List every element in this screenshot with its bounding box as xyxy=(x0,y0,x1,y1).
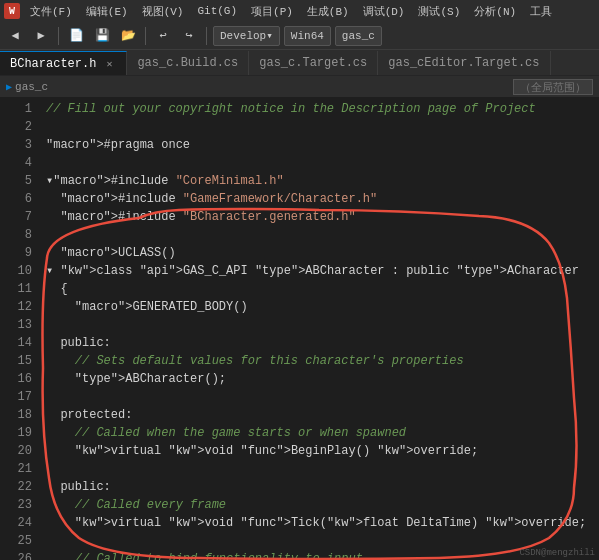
forward-button[interactable]: ▶ xyxy=(30,25,52,47)
platform-label: Win64 xyxy=(291,30,324,42)
toolbar: ◀ ▶ 📄 💾 📂 ↩ ↪ Develop▾ Win64 gas_c xyxy=(0,22,599,50)
menu-edit[interactable]: 编辑(E) xyxy=(80,0,134,22)
tab-bcharacter-label: BCharacter.h xyxy=(10,57,96,71)
code-line xyxy=(46,154,591,172)
menu-file[interactable]: 文件(F) xyxy=(24,0,78,22)
tab-bcharacter[interactable]: BCharacter.h ✕ xyxy=(0,51,127,75)
new-file-button[interactable]: 📄 xyxy=(65,25,87,47)
menu-git[interactable]: Git(G) xyxy=(191,0,243,22)
code-line: protected: xyxy=(46,406,591,424)
code-line: "macro">GENERATED_BODY() xyxy=(46,298,591,316)
tab-bar: BCharacter.h ✕ gas_c.Build.cs gas_c.Targ… xyxy=(0,50,599,76)
code-line: "macro">UCLASS() xyxy=(46,244,591,262)
code-line xyxy=(46,316,591,334)
code-line: // Sets default values for this characte… xyxy=(46,352,591,370)
menu-project[interactable]: 项目(P) xyxy=(245,0,299,22)
tab-target[interactable]: gas_c.Target.cs xyxy=(249,51,378,75)
code-line xyxy=(46,532,591,550)
watermark: CSDN@mengzhili xyxy=(519,548,595,558)
path-text: gas_c xyxy=(15,81,48,93)
menu-view[interactable]: 视图(V) xyxy=(136,0,190,22)
menu-test[interactable]: 测试(S) xyxy=(412,0,466,22)
code-line: "kw">virtual "kw">void "func">Tick("kw">… xyxy=(46,514,591,532)
title-bar: W 文件(F) 编辑(E) 视图(V) Git(G) 项目(P) 生成(B) 调… xyxy=(0,0,599,22)
back-button[interactable]: ◀ xyxy=(4,25,26,47)
app-icon: W xyxy=(4,3,20,19)
tab-editor-target[interactable]: gas_cEditor.Target.cs xyxy=(378,51,550,75)
project-label: gas_c xyxy=(342,30,375,42)
save-button[interactable]: 💾 xyxy=(91,25,113,47)
code-line: // Called every frame xyxy=(46,496,591,514)
code-line: "macro">#include "GameFramework/Characte… xyxy=(46,190,591,208)
code-line: "type">ABCharacter(); xyxy=(46,370,591,388)
scope-search[interactable] xyxy=(513,79,593,95)
path-bar: ▶ gas_c xyxy=(0,76,599,98)
menu-bar[interactable]: 文件(F) 编辑(E) 视图(V) Git(G) 项目(P) 生成(B) 调试(… xyxy=(24,0,558,22)
code-line: // Fill out your copyright notice in the… xyxy=(46,100,591,118)
code-line xyxy=(46,460,591,478)
code-line: "macro">#pragma once xyxy=(46,136,591,154)
menu-build[interactable]: 生成(B) xyxy=(301,0,355,22)
open-button[interactable]: 📂 xyxy=(117,25,139,47)
menu-analysis[interactable]: 分析(N) xyxy=(468,0,522,22)
menu-tools[interactable]: 工具 xyxy=(524,0,558,22)
code-line: // Called when the game starts or when s… xyxy=(46,424,591,442)
tab-editor-target-label: gas_cEditor.Target.cs xyxy=(388,56,539,70)
code-content[interactable]: // Fill out your copyright notice in the… xyxy=(38,98,599,560)
code-line: "kw">virtual "kw">void "func">BeginPlay(… xyxy=(46,442,591,460)
toolbar-sep-3 xyxy=(206,27,207,45)
platform-dropdown[interactable]: Win64 xyxy=(284,26,331,46)
tab-target-label: gas_c.Target.cs xyxy=(259,56,367,70)
code-line: "macro">#include "BCharacter.generated.h… xyxy=(46,208,591,226)
code-line: // Called to bind functionality to input xyxy=(46,550,591,560)
code-line xyxy=(46,226,591,244)
project-dropdown[interactable]: gas_c xyxy=(335,26,382,46)
undo-button[interactable]: ↩ xyxy=(152,25,174,47)
tab-bcharacter-close[interactable]: ✕ xyxy=(102,57,116,71)
toolbar-sep-1 xyxy=(58,27,59,45)
code-line: ▾ "kw">class "api">GAS_C_API "type">ABCh… xyxy=(46,262,591,280)
code-line xyxy=(46,118,591,136)
menu-debug[interactable]: 调试(D) xyxy=(357,0,411,22)
code-line: public: xyxy=(46,334,591,352)
tab-build-label: gas_c.Build.cs xyxy=(137,56,238,70)
tab-build[interactable]: gas_c.Build.cs xyxy=(127,51,249,75)
config-dropdown[interactable]: Develop▾ xyxy=(213,26,280,46)
code-line: { xyxy=(46,280,591,298)
code-line: ▾"macro">#include "CoreMinimal.h" xyxy=(46,172,591,190)
toolbar-sep-2 xyxy=(145,27,146,45)
code-line xyxy=(46,388,591,406)
editor-area: 1234567891011121314151617181920212223242… xyxy=(0,98,599,560)
code-line: public: xyxy=(46,478,591,496)
redo-button[interactable]: ↪ xyxy=(178,25,200,47)
line-numbers: 1234567891011121314151617181920212223242… xyxy=(0,98,38,560)
config-label: Develop▾ xyxy=(220,29,273,42)
path-item: ▶ gas_c xyxy=(6,81,48,93)
